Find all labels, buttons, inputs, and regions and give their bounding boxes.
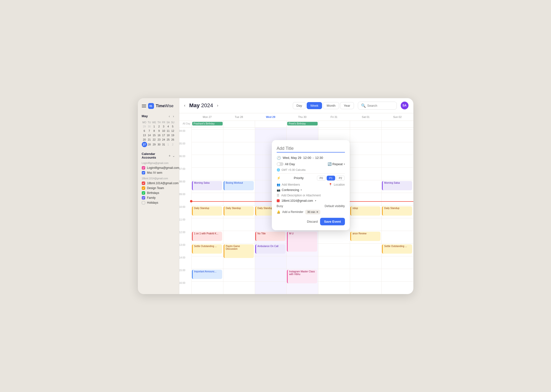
mini-cal-day[interactable]: 6 <box>142 129 147 133</box>
calendar-event[interactable]: Daily Standup <box>224 206 254 216</box>
grid-cell[interactable] <box>191 256 223 269</box>
grid-cell[interactable] <box>381 193 413 205</box>
grid-cell[interactable] <box>350 180 381 193</box>
mini-cal-day[interactable]: 4 <box>166 124 171 129</box>
grid-cell[interactable] <box>350 269 381 281</box>
repeat-chevron[interactable]: ▾ <box>344 163 345 165</box>
mini-cal-day[interactable]: 2 <box>171 142 175 147</box>
reminder-chip-close[interactable]: ✕ <box>316 210 318 214</box>
grid-cell[interactable] <box>350 167 381 180</box>
grid-cell[interactable] <box>318 128 350 129</box>
mini-cal-day[interactable]: 9 <box>157 129 161 133</box>
calendar-account-item[interactable]: 18bml.1014@gmail.com <box>142 181 175 186</box>
grid-cell[interactable] <box>223 129 255 142</box>
calendar-event[interactable]: ndup <box>350 206 380 216</box>
mini-cal-day[interactable]: 21 <box>147 137 152 142</box>
calendar-account-item[interactable]: Msc IV sem <box>142 170 175 175</box>
search-bar[interactable]: 🔍 <box>358 102 397 110</box>
calendar-event[interactable]: Morning Salsa <box>192 181 222 190</box>
calendar-event[interactable]: Instagram Master Class with Vibhu <box>287 270 317 283</box>
calendar-account-item[interactable]: Birthdays <box>142 191 175 195</box>
grid-cell[interactable] <box>223 142 255 155</box>
all-day-event-preet[interactable]: Preet's Birthday <box>287 122 318 125</box>
grid-cell[interactable] <box>223 218 255 231</box>
mini-cal-day[interactable]: 26 <box>171 137 175 142</box>
grid-cell[interactable] <box>350 142 381 155</box>
mini-cal-day[interactable]: 30 <box>147 124 152 129</box>
calendar-checkbox[interactable] <box>142 166 145 170</box>
calendar-event[interactable]: 1 on 1 with Prakriti K... <box>192 232 222 241</box>
popup-title-input[interactable] <box>277 145 345 153</box>
calendar-event[interactable]: ance Review <box>350 232 380 241</box>
popup-time-start[interactable]: 12:00 <box>303 156 311 160</box>
conferencing-chevron[interactable]: ▾ <box>301 189 302 191</box>
calendar-event[interactable]: Settle Outstanding ... <box>192 244 222 254</box>
conferencing-label[interactable]: Conferencing <box>282 188 299 192</box>
popup-time-end[interactable]: 12:30 <box>315 156 323 160</box>
grid-cell[interactable] <box>255 269 286 281</box>
grid-cell[interactable] <box>223 128 255 129</box>
mini-cal-day[interactable]: 15 <box>152 133 157 137</box>
view-day-button[interactable]: Day <box>293 102 306 109</box>
grid-cell[interactable] <box>350 281 381 294</box>
mini-cal-day[interactable]: 1 <box>152 124 157 129</box>
mini-cal-day[interactable]: 5 <box>171 124 175 129</box>
search-input[interactable] <box>367 104 394 107</box>
mini-cal-day[interactable]: 10 <box>161 129 166 133</box>
mini-cal-day[interactable]: 31 <box>161 142 166 147</box>
menu-icon[interactable] <box>142 105 146 107</box>
calendar-event[interactable]: Ambulance On Call <box>255 244 285 254</box>
view-week-button[interactable]: Week <box>307 102 322 109</box>
grid-cell[interactable] <box>286 128 318 129</box>
calendar-event[interactable]: Daily Standup <box>382 206 412 216</box>
reminder-label[interactable]: Add a Reminder <box>282 210 304 214</box>
mini-cal-day[interactable]: 20 <box>142 137 147 142</box>
grid-cell[interactable] <box>255 281 286 294</box>
mini-cal-day[interactable]: 17 <box>161 133 166 137</box>
mini-cal-day[interactable]: 22 <box>152 137 157 142</box>
grid-cell[interactable] <box>318 281 350 294</box>
location-label[interactable]: Location <box>334 183 345 186</box>
grid-cell[interactable] <box>191 167 223 180</box>
grid-cell[interactable] <box>381 155 413 167</box>
mini-cal-day[interactable]: 27 <box>142 142 147 147</box>
mini-cal-day[interactable]: 11 <box>166 129 171 133</box>
calendar-checkbox[interactable] <box>142 182 145 185</box>
discard-button[interactable]: Discard <box>307 220 318 223</box>
view-year-button[interactable]: Year <box>340 102 354 109</box>
grid-cell[interactable] <box>318 243 350 256</box>
prev-week-button[interactable]: ‹ <box>184 103 185 108</box>
calendar-checkbox[interactable] <box>142 201 145 204</box>
grid-cell[interactable] <box>223 167 255 180</box>
all-day-event-prashant[interactable]: Prashant's Birthday <box>192 122 223 125</box>
mini-cal-day[interactable]: 30 <box>157 142 161 147</box>
calendar-event[interactable]: Daily Standup <box>192 206 222 216</box>
priority-p1-button[interactable]: P1 <box>327 176 335 181</box>
grid-cell[interactable] <box>318 256 350 269</box>
grid-cell[interactable] <box>381 231 413 243</box>
grid-cell[interactable] <box>318 269 350 281</box>
mini-cal-day[interactable]: 23 <box>157 137 161 142</box>
calendar-account-item[interactable]: Family <box>142 195 175 200</box>
calendar-account-item[interactable]: Design Team <box>142 186 175 191</box>
add-members-label[interactable]: Add Members <box>282 183 300 186</box>
grid-cell[interactable] <box>381 218 413 231</box>
next-week-button[interactable]: › <box>217 103 218 108</box>
mini-cal-day[interactable]: 1 <box>166 142 171 147</box>
mini-cal-day[interactable]: 24 <box>161 137 166 142</box>
mini-cal-day[interactable]: 19 <box>171 133 175 137</box>
grid-cell[interactable] <box>350 256 381 269</box>
mini-cal-day[interactable]: 14 <box>147 133 152 137</box>
popup-description-row[interactable]: ☰ Add Description or Attachment <box>277 194 345 197</box>
calendar-event[interactable]: Morning Salsa <box>382 181 412 190</box>
mini-cal-day[interactable]: 8 <box>152 129 157 133</box>
calendar-event[interactable]: Settle Outstanding ... <box>382 244 412 254</box>
calendar-event[interactable]: Paytm Game Discussion <box>224 244 254 258</box>
mini-cal-prev[interactable]: ‹ <box>168 114 171 119</box>
mini-cal-day[interactable]: 16 <box>157 133 161 137</box>
add-account-button[interactable]: + <box>169 154 171 158</box>
view-month-button[interactable]: Month <box>323 102 339 109</box>
mini-cal-day[interactable]: 28 <box>147 142 152 147</box>
grid-cell[interactable] <box>191 129 223 142</box>
calendar-event[interactable]: Boxing Workout <box>224 181 254 190</box>
